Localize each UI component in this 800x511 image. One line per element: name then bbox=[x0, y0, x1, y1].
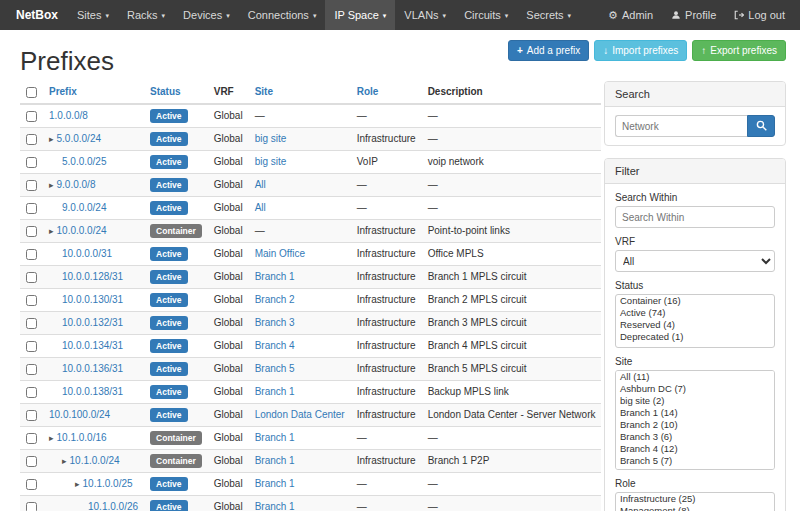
search-input[interactable] bbox=[615, 115, 747, 137]
nav-item-circuits[interactable]: Circuits▾ bbox=[455, 0, 517, 30]
site-link[interactable]: London Data Center bbox=[255, 409, 345, 420]
listbox-option[interactable]: All (11) bbox=[616, 371, 774, 383]
listbox-option[interactable]: Deprecated (1) bbox=[616, 331, 774, 343]
site-link[interactable]: — bbox=[255, 225, 265, 236]
prefix-link[interactable]: 5.0.0.0/25 bbox=[62, 156, 106, 167]
site-link[interactable]: Branch 3 bbox=[255, 317, 295, 328]
prefix-link[interactable]: 10.1.0.0/25 bbox=[83, 478, 133, 489]
listbox-option[interactable]: Container (16) bbox=[616, 295, 774, 307]
row-checkbox[interactable] bbox=[26, 341, 37, 352]
nav-item-devices[interactable]: Devices▾ bbox=[174, 0, 239, 30]
navbar-brand[interactable]: NetBox bbox=[6, 0, 68, 30]
nav-item-vlans[interactable]: VLANs▾ bbox=[395, 0, 455, 30]
row-checkbox[interactable] bbox=[26, 226, 37, 237]
site-link[interactable]: All bbox=[255, 202, 266, 213]
site-link[interactable]: All bbox=[255, 179, 266, 190]
listbox-option[interactable]: Branch 4 (12) bbox=[616, 443, 774, 455]
prefix-link[interactable]: 10.0.0.128/31 bbox=[62, 271, 123, 282]
column-header-site[interactable]: Site bbox=[249, 81, 351, 104]
site-link[interactable]: big site bbox=[255, 156, 287, 167]
prefix-link[interactable]: 10.0.100.0/24 bbox=[49, 409, 110, 420]
nav-item-racks[interactable]: Racks▾ bbox=[118, 0, 174, 30]
search-within-input[interactable] bbox=[615, 206, 775, 228]
row-checkbox[interactable] bbox=[26, 157, 37, 168]
listbox-option[interactable]: Colo 1-24 (8) bbox=[616, 467, 774, 470]
listbox-option[interactable]: Branch 1 (14) bbox=[616, 407, 774, 419]
listbox-option[interactable]: Management (8) bbox=[616, 505, 774, 511]
listbox-option[interactable]: big site (2) bbox=[616, 395, 774, 407]
row-checkbox[interactable] bbox=[26, 502, 37, 511]
site-link[interactable]: Branch 1 bbox=[255, 271, 295, 282]
site-link[interactable]: Branch 5 bbox=[255, 363, 295, 374]
listbox-option[interactable]: Active (74) bbox=[616, 307, 774, 319]
prefix-link[interactable]: 10.1.0.0/24 bbox=[70, 455, 120, 466]
search-button[interactable] bbox=[747, 115, 775, 137]
nav-item-ip-space[interactable]: IP Space▾ bbox=[325, 0, 395, 30]
nav-item-sites[interactable]: Sites▾ bbox=[68, 0, 118, 30]
nav-item-connections[interactable]: Connections▾ bbox=[239, 0, 326, 30]
listbox-option[interactable]: Branch 5 (7) bbox=[616, 455, 774, 467]
row-checkbox[interactable] bbox=[26, 295, 37, 306]
prefix-link[interactable]: 10.0.0.0/24 bbox=[57, 225, 107, 236]
nav-item-admin[interactable]: ⚙ Admin bbox=[599, 0, 662, 30]
expand-caret-icon[interactable]: ▸ bbox=[49, 134, 54, 144]
row-checkbox[interactable] bbox=[26, 456, 37, 467]
row-checkbox[interactable] bbox=[26, 387, 37, 398]
prefix-link[interactable]: 10.0.0.138/31 bbox=[62, 386, 123, 397]
nav-item-logout[interactable]: Log out bbox=[725, 0, 794, 30]
site-link[interactable]: Branch 2 bbox=[255, 294, 295, 305]
expand-caret-icon[interactable]: ▸ bbox=[75, 479, 80, 489]
prefix-link[interactable]: 9.0.0.0/8 bbox=[57, 179, 96, 190]
add-prefix-button[interactable]: +Add a prefix bbox=[508, 40, 589, 61]
row-checkbox[interactable] bbox=[26, 180, 37, 191]
site-link[interactable]: Branch 1 bbox=[255, 455, 295, 466]
prefix-link[interactable]: 10.0.0.132/31 bbox=[62, 317, 123, 328]
expand-caret-icon[interactable]: ▸ bbox=[62, 456, 67, 466]
row-checkbox[interactable] bbox=[26, 318, 37, 329]
prefix-link[interactable]: 10.0.0.134/31 bbox=[62, 340, 123, 351]
prefix-link[interactable]: 10.1.0.0/16 bbox=[57, 432, 107, 443]
row-checkbox[interactable] bbox=[26, 249, 37, 260]
row-checkbox[interactable] bbox=[26, 203, 37, 214]
export-prefixes-button[interactable]: ↑Export prefixes bbox=[692, 40, 786, 61]
prefix-link[interactable]: 1.0.0.0/8 bbox=[49, 110, 88, 121]
row-checkbox[interactable] bbox=[26, 433, 37, 444]
vrf-select[interactable]: All bbox=[615, 250, 775, 272]
nav-item-profile[interactable]: Profile bbox=[662, 0, 725, 30]
listbox-option[interactable]: Infrastructure (25) bbox=[616, 493, 774, 505]
listbox-option[interactable]: Branch 3 (6) bbox=[616, 431, 774, 443]
row-checkbox[interactable] bbox=[26, 479, 37, 490]
expand-caret-icon[interactable]: ▸ bbox=[49, 226, 54, 236]
prefix-link[interactable]: 10.0.0.136/31 bbox=[62, 363, 123, 374]
prefix-link[interactable]: 5.0.0.0/24 bbox=[57, 133, 101, 144]
row-checkbox[interactable] bbox=[26, 134, 37, 145]
row-checkbox[interactable] bbox=[26, 410, 37, 421]
listbox-option[interactable]: Reserved (4) bbox=[616, 319, 774, 331]
listbox-option[interactable]: Ashburn DC (7) bbox=[616, 383, 774, 395]
row-checkbox[interactable] bbox=[26, 272, 37, 283]
site-link[interactable]: Branch 1 bbox=[255, 478, 295, 489]
description-cell: Point-to-point links bbox=[422, 219, 602, 242]
row-checkbox[interactable] bbox=[26, 111, 37, 122]
site-link[interactable]: Branch 1 bbox=[255, 432, 295, 443]
site-link[interactable]: Branch 4 bbox=[255, 340, 295, 351]
site-link[interactable]: big site bbox=[255, 133, 287, 144]
site-link[interactable]: Main Office bbox=[255, 248, 305, 259]
site-link[interactable]: Branch 1 bbox=[255, 501, 295, 511]
prefix-link[interactable]: 10.1.0.0/26 bbox=[88, 501, 138, 511]
import-prefixes-button[interactable]: ↓Import prefixes bbox=[594, 40, 687, 61]
listbox-option[interactable]: Branch 2 (10) bbox=[616, 419, 774, 431]
expand-caret-icon[interactable]: ▸ bbox=[49, 433, 54, 443]
expand-caret-icon[interactable]: ▸ bbox=[49, 180, 54, 190]
site-link[interactable]: — bbox=[255, 110, 265, 121]
prefix-link[interactable]: 10.0.0.130/31 bbox=[62, 294, 123, 305]
select-all-checkbox[interactable] bbox=[26, 87, 37, 98]
prefix-link[interactable]: 10.0.0.0/31 bbox=[62, 248, 112, 259]
column-header-status[interactable]: Status bbox=[144, 81, 208, 104]
column-header-role[interactable]: Role bbox=[351, 81, 422, 104]
prefix-link[interactable]: 9.0.0.0/24 bbox=[62, 202, 106, 213]
column-header-prefix[interactable]: Prefix bbox=[43, 81, 144, 104]
row-checkbox[interactable] bbox=[26, 364, 37, 375]
nav-item-secrets[interactable]: Secrets▾ bbox=[517, 0, 580, 30]
site-link[interactable]: Branch 1 bbox=[255, 386, 295, 397]
